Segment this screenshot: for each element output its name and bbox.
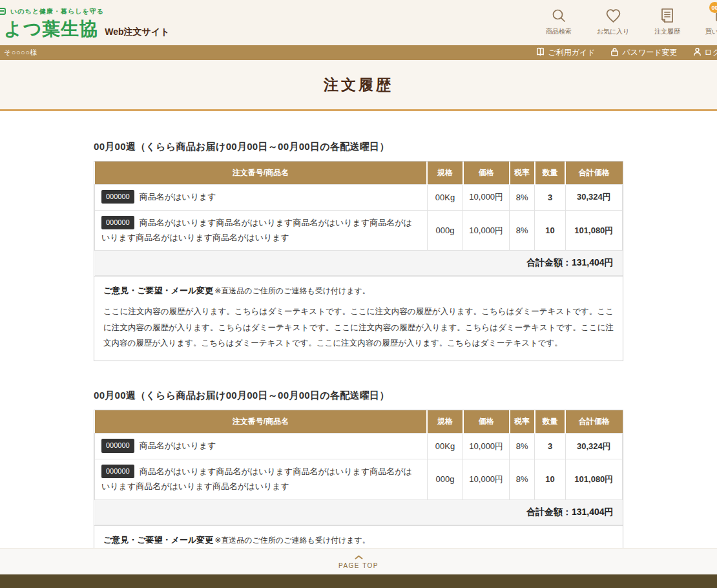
nav-label: 買い物カゴ (705, 27, 717, 36)
cell-total: 30,324円 (565, 434, 622, 459)
logo-tagline: いのちと健康・暮らしを守る (10, 7, 170, 16)
table-row: 000000商品名がはいります商品名がはいります商品名がはいります商品名がはいり… (95, 459, 623, 500)
comment-note: ※直送品のご住所のご連絡も受け付けます。 (214, 286, 370, 295)
link-logout[interactable]: ログアウト (693, 47, 717, 58)
cart-icon: 00 (713, 7, 717, 24)
cell-qty: 10 (535, 459, 565, 500)
order-table: 注文番号/商品名 規格 価格 税率 数量 合計価格 000000商品名がはいりま… (94, 162, 623, 276)
cell-spec: 00Kg (427, 434, 463, 459)
col-price: 価格 (463, 162, 510, 185)
col-spec: 規格 (427, 162, 463, 185)
table-row: 000000商品名がはいります商品名がはいります商品名がはいります商品名がはいり… (95, 210, 623, 251)
grand-total: 合計金額：131,404円 (95, 251, 623, 276)
product-name: 商品名がはいります (140, 192, 216, 202)
main-content: 00月00週（くらら商品お届け00月00日～00月00日の各配送曜日） 注文番号… (0, 141, 717, 588)
grand-total-row: 合計金額：131,404円 (95, 499, 623, 525)
user-bar-links: ご利用ガイド パスワード変更 ログアウト (536, 47, 717, 58)
page-title-band: 注文履歴 (0, 60, 717, 111)
nav-product-search[interactable]: 商品検索 (540, 7, 577, 36)
chevron-up-icon (355, 554, 363, 561)
nav-order-history[interactable]: 注文履歴 (649, 7, 686, 36)
cell-spec: 000g (427, 210, 463, 251)
cell-spec: 00Kg (427, 185, 463, 211)
header-icon-nav: 商品検索 お気に入り 注文履歴 00 買い物カゴ (540, 7, 717, 36)
username: そ○○○○様 (4, 48, 37, 58)
col-qty: 数量 (535, 410, 565, 434)
link-label: ログアウト (705, 47, 717, 58)
comment-note: ※直送品のご住所のご連絡も受け付けます。 (214, 536, 370, 545)
cell-tax: 8% (510, 434, 535, 459)
link-label: パスワード変更 (622, 47, 677, 58)
grand-total: 合計金額：131,404円 (95, 499, 623, 525)
cell-qty: 3 (535, 434, 565, 459)
link-usage-guide[interactable]: ご利用ガイド (536, 47, 595, 58)
comment-title: ご意見・ご要望・メール変更 (103, 535, 213, 545)
order-number-badge: 000000 (101, 190, 134, 204)
col-order-number-product: 注文番号/商品名 (95, 162, 428, 185)
logo-text: いのちと健康・暮らしを守る よつ葉生協 Web注文サイト (4, 7, 170, 41)
comment-body: ここに注文内容の履歴が入ります。こちらはダミーテキストです。ここに注文内容の履歴… (103, 304, 614, 351)
col-price: 価格 (463, 410, 510, 434)
cell-price: 10,000円 (463, 434, 510, 459)
nav-label: お気に入り (597, 27, 630, 36)
col-qty: 数量 (535, 162, 565, 185)
cell-price: 10,000円 (463, 210, 510, 251)
page-title: 注文履歴 (324, 75, 393, 95)
cell-qty: 10 (535, 210, 565, 251)
link-label: ご利用ガイド (548, 47, 595, 58)
nav-label: 商品検索 (546, 27, 572, 36)
nav-label: 注文履歴 (654, 27, 680, 36)
order-card: 注文番号/商品名 規格 価格 税率 数量 合計価格 000000商品名がはいりま… (94, 161, 623, 361)
guide-icon (536, 47, 545, 58)
product-name: 商品名がはいります (140, 441, 216, 450)
table-header-row: 注文番号/商品名 規格 価格 税率 数量 合計価格 (95, 410, 623, 434)
order-table: 注文番号/商品名 規格 価格 税率 数量 合計価格 000000商品名がはいりま… (94, 410, 623, 525)
comment-block: ご意見・ご要望・メール変更※直送品のご住所のご連絡も受け付けます。 ここに注文内… (94, 276, 623, 361)
page-top-label: PAGE TOP (338, 562, 379, 569)
cell-tax: 8% (510, 210, 535, 251)
table-row: 000000商品名がはいります 00Kg 10,000円 8% 3 30,324… (95, 434, 623, 459)
col-spec: 規格 (427, 410, 463, 434)
col-order-number-product: 注文番号/商品名 (95, 410, 428, 434)
site-header: いのちと健康・暮らしを守る よつ葉生協 Web注文サイト 商品検索 お気に入り (0, 0, 717, 45)
col-total-price: 合計価格 (565, 162, 622, 185)
table-row: 000000商品名がはいります 00Kg 10,000円 8% 3 30,324… (95, 185, 623, 211)
col-tax: 税率 (510, 162, 535, 185)
table-header-row: 注文番号/商品名 規格 価格 税率 数量 合計価格 (95, 162, 623, 185)
cell-total: 30,324円 (565, 185, 622, 211)
search-icon (550, 7, 567, 24)
cell-tax: 8% (510, 459, 535, 500)
order-number-badge: 000000 (101, 439, 134, 452)
order-number-badge: 000000 (101, 465, 134, 478)
cell-total: 101,080円 (565, 210, 622, 251)
grand-total-row: 合計金額：131,404円 (95, 251, 623, 276)
cell-total: 101,080円 (565, 459, 622, 500)
site-name: よつ葉生協 (4, 17, 98, 41)
nav-cart[interactable]: 00 買い物カゴ (703, 7, 717, 36)
product-name: 商品名がはいります商品名がはいります商品名がはいります商品名がはいります商品名が… (101, 467, 412, 491)
cart-count-badge: 00 (709, 2, 717, 13)
lock-icon (610, 47, 619, 58)
link-change-password[interactable]: パスワード変更 (610, 47, 677, 58)
col-total-price: 合計価格 (565, 410, 622, 434)
col-tax: 税率 (510, 410, 535, 434)
page-top-link[interactable]: PAGE TOP (338, 554, 379, 569)
product-name: 商品名がはいります商品名がはいります商品名がはいります商品名がはいります商品名が… (101, 218, 412, 242)
document-icon (659, 7, 676, 24)
order-week-heading: 00月00週（くらら商品お届け00月00日～00月00日の各配送曜日） (94, 141, 623, 153)
cell-qty: 3 (535, 185, 565, 211)
user-bar: そ○○○○様 ご利用ガイド パスワード変更 ログアウト (0, 45, 717, 60)
cell-tax: 8% (510, 185, 535, 211)
comment-title: ご意見・ご要望・メール変更 (103, 286, 213, 295)
cell-price: 10,000円 (463, 185, 510, 211)
order-week-heading: 00月00週（くらら商品お届け00月00日～00月00日の各配送曜日） (94, 390, 623, 402)
logo[interactable]: いのちと健康・暮らしを守る よつ葉生協 Web注文サイト (4, 7, 170, 41)
order-number-badge: 000000 (101, 216, 134, 229)
heart-icon (605, 7, 621, 24)
cell-spec: 000g (427, 459, 463, 500)
logo-mark-partial-icon (0, 8, 6, 15)
person-icon (693, 47, 701, 58)
footer-bar (0, 574, 717, 588)
nav-favorites[interactable]: お気に入り (594, 7, 632, 36)
cell-price: 10,000円 (463, 459, 510, 500)
